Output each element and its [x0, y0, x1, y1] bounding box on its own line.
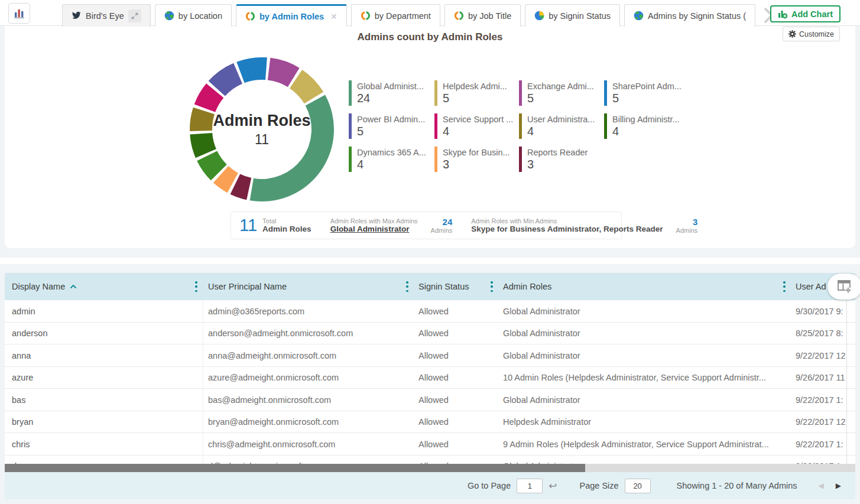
legend-item[interactable]: Billing Administr...4 — [604, 113, 681, 139]
table-row[interactable]: bryanbryan@admeight.onmicrosoft.comAllow… — [5, 411, 855, 434]
legend-item[interactable]: User Administra...4 — [519, 113, 604, 139]
column-menu-icon[interactable] — [783, 281, 786, 292]
close-tab-icon[interactable]: ✕ — [330, 12, 337, 21]
cell-signin-status: Allowed — [418, 433, 495, 456]
cell-signin-status: Allowed — [418, 411, 495, 434]
tab-label: by Admin Roles — [259, 12, 324, 21]
total-roles-value: 11 — [239, 216, 257, 235]
legend-item[interactable]: Global Administ...24 — [349, 80, 434, 106]
add-chart-icon — [778, 9, 788, 19]
page-number-input[interactable] — [517, 479, 543, 493]
tab-by-admin-roles[interactable]: by Admin Roles✕ — [236, 4, 347, 27]
legend-item[interactable]: Service Support ...4 — [434, 113, 519, 139]
donut-segment[interactable]: SharePoint Adm...: 5 — [236, 57, 267, 83]
cell-user-principal-name: anderson@admeight.onmicrosoft.com — [208, 323, 409, 345]
legend-label: Dynamics 365 A... — [357, 147, 434, 158]
cell-signin-status: Allowed — [418, 344, 495, 367]
table-row[interactable]: dd@admeight.onmicrosoft.comAllowedGlobal… — [5, 456, 855, 464]
next-page-icon[interactable]: ▶ — [836, 482, 841, 490]
tab-by-job-title[interactable]: by Job Title — [444, 4, 521, 27]
legend-label: Reports Reader — [527, 147, 604, 158]
column-chooser-button[interactable] — [827, 274, 860, 300]
legend-value: 4 — [527, 125, 604, 138]
legend-value: 3 — [527, 158, 604, 171]
legend-label: Service Support ... — [443, 114, 519, 125]
cell-display-name: azure — [12, 367, 200, 389]
add-chart-button[interactable]: Add Chart — [770, 5, 840, 22]
legend-label: Power BI Admin... — [357, 114, 434, 125]
tab-by-department[interactable]: by Department — [351, 4, 440, 27]
legend-item[interactable]: Reports Reader3 — [519, 147, 604, 172]
cell-user-principal-name: bryan@admeight.onmicrosoft.com — [208, 411, 409, 434]
chart-title: Admins count by Admin Roles — [5, 31, 855, 43]
tab-admins-by-signin-status[interactable]: Admins by Signin Status ( — [624, 4, 755, 27]
donut-segment[interactable]: Global Administ...: 24 — [250, 95, 334, 201]
cell-user-principal-name: d@admeight.onmicrosoft.com — [208, 456, 409, 464]
table-row[interactable]: azureazure@admeight.onmicrosoft.comAllow… — [5, 367, 855, 389]
cell-user-principal-name: bas@admeight.onmicrosoft.com — [208, 389, 409, 411]
cell-divider — [203, 344, 203, 367]
table-row[interactable]: chrischris@admeight.onmicrosoft.comAllow… — [5, 433, 855, 456]
legend-value: 24 — [357, 92, 434, 105]
previous-page-icon[interactable]: ◀ — [819, 482, 824, 490]
column-header-user-principal-name[interactable]: User Principal Name — [208, 273, 287, 300]
column-label: Admin Roles — [503, 282, 551, 291]
cell-user-principal-name: admin@o365reports.com — [208, 300, 409, 323]
column-menu-icon[interactable] — [406, 281, 408, 292]
tab-by-signin-status[interactable]: by Signin Status — [525, 4, 620, 27]
legend-item[interactable]: Exchange Admi...5 — [519, 80, 604, 106]
column-header-user-ad[interactable]: User Ad — [796, 273, 826, 300]
legend-item[interactable]: SharePoint Adm...5 — [604, 80, 681, 106]
bird-icon — [72, 11, 82, 20]
cell-admin-roles: Global Administrator — [503, 300, 788, 323]
max-admins-role-link[interactable]: Global Administrator — [330, 225, 418, 233]
legend-value: 4 — [357, 158, 434, 171]
column-menu-icon[interactable] — [195, 281, 197, 292]
cell-admin-roles: Helpdesk Administrator — [503, 411, 788, 434]
expand-icon[interactable] — [128, 9, 141, 22]
legend-item[interactable]: Dynamics 365 A...4 — [349, 147, 434, 172]
min-admins-unit: Admins — [676, 227, 698, 234]
tab-bird-s-eye[interactable]: Bird's Eye — [62, 4, 151, 27]
donut-icon — [245, 11, 255, 21]
donut-icon — [361, 11, 371, 21]
go-icon[interactable]: ↩ — [549, 480, 557, 492]
legend-label: Billing Administr... — [612, 114, 681, 125]
horizontal-scrollbar[interactable] — [5, 464, 855, 472]
cell-divider — [203, 367, 203, 389]
cell-admin-roles: 10 Admin Roles (Helpdesk Administrator, … — [503, 367, 788, 389]
table-row[interactable]: andersonanderson@admeight.onmicrosoft.co… — [5, 323, 855, 345]
admin-roles-donut-chart[interactable]: Global Administ...: 24Reports Reader: 3S… — [188, 56, 336, 203]
donut-segment[interactable]: User Administra...: 4 — [190, 108, 215, 131]
bar-chart-icon — [13, 8, 26, 19]
column-header-signin-status[interactable]: Signin Status — [418, 273, 469, 300]
table-row[interactable]: annaanna@admeight.onmicrosoft.comAllowed… — [5, 344, 855, 367]
legend-item[interactable]: Helpdesk Admi...5 — [434, 80, 519, 106]
column-header-admin-roles[interactable]: Admin Roles — [503, 273, 551, 300]
table-row[interactable]: adminadmin@o365reports.comAllowedGlobal … — [5, 300, 855, 323]
cell-user-principal-name: chris@admeight.onmicrosoft.com — [208, 433, 409, 456]
cell-display-name: bas — [12, 389, 200, 411]
column-menu-icon[interactable] — [491, 281, 493, 292]
chart-list-button[interactable] — [8, 3, 30, 24]
customize-button[interactable]: Customize — [783, 27, 840, 41]
legend-label: SharePoint Adm... — [612, 81, 681, 92]
legend-item[interactable]: Skype for Busin...3 — [434, 147, 519, 172]
cell-user-principal-name: azure@admeight.onmicrosoft.com — [208, 367, 409, 389]
table-row[interactable]: basbas@admeight.onmicrosoft.comAllowedGl… — [5, 389, 855, 411]
cell-display-name: bryan — [12, 411, 200, 434]
legend-label: User Administra... — [527, 114, 604, 125]
column-header-display-name[interactable]: Display Name — [12, 273, 77, 300]
chart-stats-bar: 11 Total Admin Roles Admin Roles with Ma… — [231, 212, 622, 239]
tab-by-location[interactable]: by Location — [155, 4, 232, 27]
cell-signin-status: Allowed — [418, 367, 495, 389]
legend-value: 4 — [612, 125, 681, 138]
legend-item[interactable]: Power BI Admin...5 — [349, 113, 434, 139]
horizontal-scrollbar-thumb[interactable] — [5, 464, 585, 472]
page-size-input[interactable] — [625, 479, 651, 493]
cell-admin-roles: Global Administrator — [503, 344, 788, 367]
cell-divider — [203, 456, 203, 464]
cell-divider — [203, 433, 203, 456]
cell-signin-status: Allowed — [418, 323, 495, 345]
total-label: Admin Roles — [262, 225, 311, 233]
